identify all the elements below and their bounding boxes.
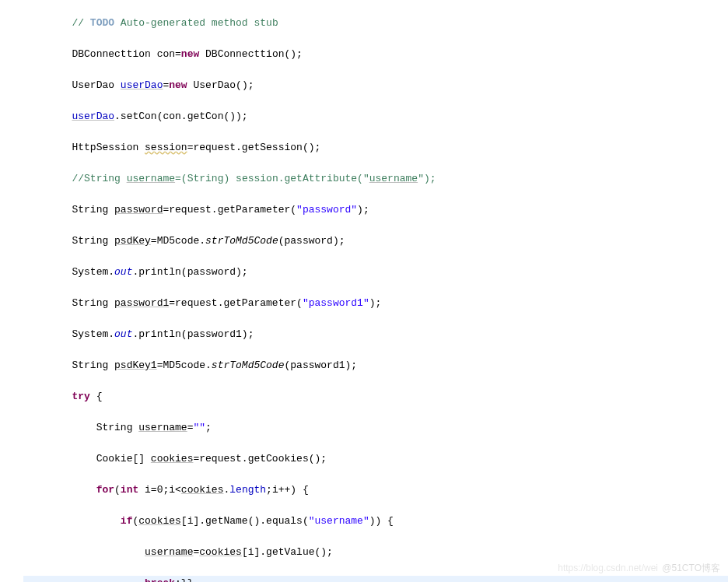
code-line: HttpSession session=request.getSession()… [23, 140, 728, 156]
code-editor[interactable]: // TODO Auto-generated method stub DBCon… [0, 0, 728, 582]
code-line: System.out.println(password1); [23, 327, 728, 342]
code-line: String psdKey=MD5code.strToMd5Code(passw… [23, 233, 728, 249]
code-line: String password1=request.getParameter("p… [23, 296, 728, 311]
watermark-text: @51CTO博客 [662, 560, 720, 576]
code-line: UserDao userDao=new UserDao(); [23, 78, 728, 93]
code-line: try { [23, 389, 728, 405]
code-line: // TODO Auto-generated method stub [23, 16, 728, 31]
code-line: username=cookies[i].getValue(); [23, 545, 728, 560]
code-line: for(int i=0;i<cookies.length;i++) { [23, 482, 728, 498]
code-line: if(cookies[i].getName().equals("username… [23, 514, 728, 529]
code-line: String psdKey1=MD5code.strToMd5Code(pass… [23, 358, 728, 373]
code-line: String password=request.getParameter("pa… [23, 202, 728, 218]
code-line: userDao.setCon(con.getCon()); [23, 109, 728, 124]
code-line: //String username=(String) session.getAt… [23, 171, 728, 187]
code-line: String username=""; [23, 420, 728, 436]
code-line-current: break;}} [23, 576, 728, 582]
watermark-text: https://blog.csdn.net/wei [558, 560, 658, 576]
code-line: DBConnecttion con=new DBConnecttion(); [23, 47, 728, 62]
code-line: Cookie[] cookies=request.getCookies(); [23, 451, 728, 467]
code-line: System.out.println(password); [23, 265, 728, 280]
